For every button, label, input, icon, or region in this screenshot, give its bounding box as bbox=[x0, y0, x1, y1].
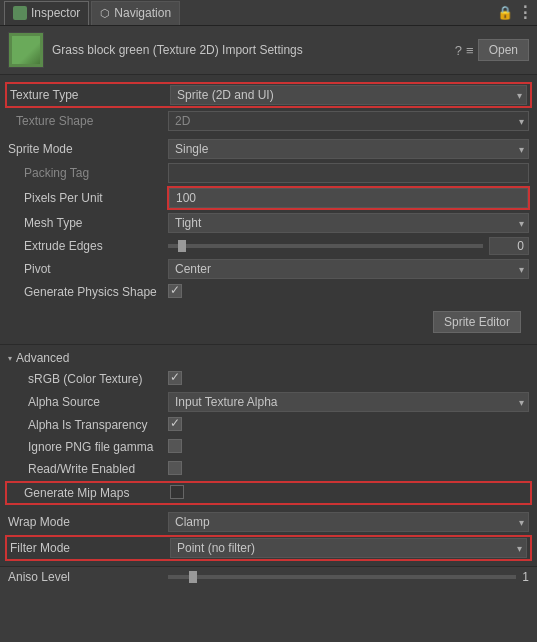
texture-shape-select[interactable]: 2D bbox=[168, 111, 529, 131]
pixels-per-unit-value-wrapper bbox=[168, 187, 529, 209]
alpha-transparency-value bbox=[168, 417, 529, 434]
sprite-mode-select[interactable]: Single bbox=[168, 139, 529, 159]
generate-mip-maps-checkbox[interactable] bbox=[170, 485, 184, 499]
read-write-checkbox[interactable] bbox=[168, 461, 182, 475]
tabs-left: Inspector ⬡ Navigation bbox=[4, 1, 180, 25]
tab-navigation[interactable]: ⬡ Navigation bbox=[91, 1, 180, 25]
navigation-tab-icon: ⬡ bbox=[100, 7, 110, 20]
ignore-png-gamma-row: Ignore PNG file gamma bbox=[0, 436, 537, 458]
tab-bar-actions: 🔒 ⋮ bbox=[497, 3, 533, 22]
alpha-source-row: Alpha Source Input Texture Alpha bbox=[0, 390, 537, 414]
sprite-editor-button[interactable]: Sprite Editor bbox=[433, 311, 521, 333]
mesh-type-row: Mesh Type Tight bbox=[0, 211, 537, 235]
asset-thumbnail bbox=[8, 32, 44, 68]
extrude-edges-control bbox=[168, 237, 529, 255]
aniso-level-label: Aniso Level bbox=[8, 570, 168, 584]
more-icon[interactable]: ⋮ bbox=[517, 3, 533, 22]
texture-shape-label: Texture Shape bbox=[8, 114, 168, 128]
filter-mode-label: Filter Mode bbox=[10, 541, 170, 555]
wrap-mode-row: Wrap Mode Clamp bbox=[0, 510, 537, 534]
alpha-source-select-wrapper: Input Texture Alpha bbox=[168, 392, 529, 412]
alpha-transparency-label: Alpha Is Transparency bbox=[8, 418, 168, 432]
texture-type-select[interactable]: Sprite (2D and UI) bbox=[170, 85, 527, 105]
generate-mip-maps-value bbox=[170, 485, 527, 502]
tab-inspector[interactable]: Inspector bbox=[4, 1, 89, 25]
tab-bar: Inspector ⬡ Navigation 🔒 ⋮ bbox=[0, 0, 537, 26]
pivot-select-wrapper: Center bbox=[168, 259, 529, 279]
advanced-section-header[interactable]: ▾ Advanced bbox=[0, 348, 537, 368]
read-write-value bbox=[168, 461, 529, 478]
packing-tag-label: Packing Tag bbox=[8, 166, 168, 180]
inspector-content: Texture Type Sprite (2D and UI) Texture … bbox=[0, 75, 537, 566]
mesh-type-label: Mesh Type bbox=[8, 216, 168, 230]
extrude-edges-row: Extrude Edges bbox=[0, 235, 537, 257]
alpha-source-label: Alpha Source bbox=[8, 395, 168, 409]
header: Grass block green (Texture 2D) Import Se… bbox=[0, 26, 537, 75]
navigation-tab-label: Navigation bbox=[114, 6, 171, 20]
aniso-level-value: 1 bbox=[522, 570, 529, 584]
srgb-value bbox=[168, 371, 529, 388]
srgb-row: sRGB (Color Texture) bbox=[0, 368, 537, 390]
ignore-png-gamma-checkbox[interactable] bbox=[168, 439, 182, 453]
read-write-label: Read/Write Enabled bbox=[8, 462, 168, 476]
pivot-label: Pivot bbox=[8, 262, 168, 276]
pixels-per-unit-label: Pixels Per Unit bbox=[8, 191, 168, 205]
alpha-transparency-checkbox[interactable] bbox=[168, 417, 182, 431]
extrude-edges-slider[interactable] bbox=[168, 244, 483, 248]
filter-mode-row: Filter Mode Point (no filter) bbox=[6, 536, 531, 560]
ignore-png-gamma-label: Ignore PNG file gamma bbox=[8, 440, 168, 454]
extrude-edges-number[interactable] bbox=[489, 237, 529, 255]
bottom-bar: Aniso Level 1 bbox=[0, 566, 537, 587]
generate-mip-maps-row: Generate Mip Maps bbox=[6, 482, 531, 504]
alpha-source-select[interactable]: Input Texture Alpha bbox=[168, 392, 529, 412]
filter-mode-select-wrapper: Point (no filter) bbox=[170, 538, 527, 558]
aniso-level-row: Aniso Level 1 bbox=[8, 570, 529, 584]
inspector-tab-icon bbox=[13, 6, 27, 20]
mesh-type-select[interactable]: Tight bbox=[168, 213, 529, 233]
generate-physics-shape-checkbox[interactable] bbox=[168, 284, 182, 298]
advanced-label: Advanced bbox=[16, 351, 69, 365]
extrude-edges-label: Extrude Edges bbox=[8, 239, 168, 253]
pivot-row: Pivot Center bbox=[0, 257, 537, 281]
wrap-mode-select-wrapper: Clamp bbox=[168, 512, 529, 532]
generate-physics-shape-label: Generate Physics Shape bbox=[8, 285, 168, 299]
sprite-mode-row: Sprite Mode Single bbox=[0, 137, 537, 161]
packing-tag-input[interactable] bbox=[168, 163, 529, 183]
packing-tag-value bbox=[168, 163, 529, 183]
open-button[interactable]: Open bbox=[478, 39, 529, 61]
mesh-type-select-wrapper: Tight bbox=[168, 213, 529, 233]
texture-type-row: Texture Type Sprite (2D and UI) bbox=[6, 83, 531, 107]
srgb-checkbox[interactable] bbox=[168, 371, 182, 385]
header-actions: ? ≡ Open bbox=[455, 39, 529, 61]
asset-title: Grass block green (Texture 2D) Import Se… bbox=[52, 43, 447, 57]
alpha-transparency-row: Alpha Is Transparency bbox=[0, 414, 537, 436]
srgb-label: sRGB (Color Texture) bbox=[8, 372, 168, 386]
packing-tag-row: Packing Tag bbox=[0, 161, 537, 185]
ignore-png-gamma-value bbox=[168, 439, 529, 456]
aniso-level-slider[interactable] bbox=[168, 575, 516, 579]
texture-shape-row: Texture Shape 2D bbox=[0, 109, 537, 133]
aniso-level-control: 1 bbox=[168, 570, 529, 584]
sprite-editor-container: Sprite Editor bbox=[0, 303, 537, 341]
texture-type-select-wrapper: Sprite (2D and UI) bbox=[170, 85, 527, 105]
sprite-mode-select-wrapper: Single bbox=[168, 139, 529, 159]
generate-physics-shape-value bbox=[168, 284, 529, 301]
generate-physics-shape-row: Generate Physics Shape bbox=[0, 281, 537, 303]
pixels-per-unit-row: Pixels Per Unit bbox=[0, 185, 537, 211]
wrap-mode-select[interactable]: Clamp bbox=[168, 512, 529, 532]
sprite-mode-label: Sprite Mode bbox=[8, 142, 168, 156]
texture-type-label: Texture Type bbox=[10, 88, 170, 102]
inspector-tab-label: Inspector bbox=[31, 6, 80, 20]
wrap-mode-label: Wrap Mode bbox=[8, 515, 168, 529]
read-write-row: Read/Write Enabled bbox=[0, 458, 537, 480]
help-icon[interactable]: ? bbox=[455, 43, 462, 58]
texture-shape-select-wrapper: 2D bbox=[168, 111, 529, 131]
settings-icon[interactable]: ≡ bbox=[466, 43, 474, 58]
lock-icon[interactable]: 🔒 bbox=[497, 5, 513, 20]
filter-mode-select[interactable]: Point (no filter) bbox=[170, 538, 527, 558]
generate-mip-maps-label: Generate Mip Maps bbox=[10, 486, 170, 500]
pixels-per-unit-input[interactable] bbox=[169, 188, 528, 208]
advanced-triangle-icon: ▾ bbox=[8, 354, 12, 363]
pivot-select[interactable]: Center bbox=[168, 259, 529, 279]
